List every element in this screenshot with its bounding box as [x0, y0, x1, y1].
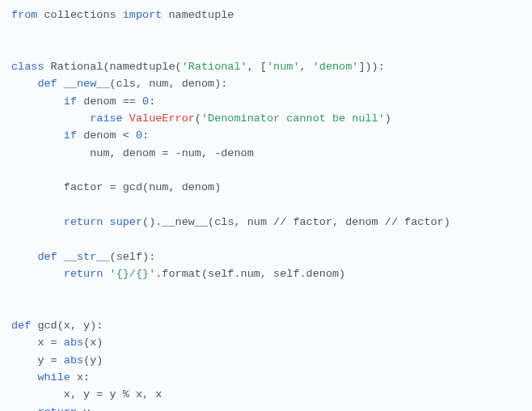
- code-token: __str__: [64, 251, 110, 263]
- code-token: ):: [214, 78, 227, 90]
- code-line: def __str__(self):: [11, 251, 155, 263]
- code-token: Rational: [51, 61, 103, 73]
- code-token: y: [83, 406, 90, 411]
- code-token: abs: [64, 354, 83, 367]
- code-token: (cls, num // factor, denom // factor): [208, 216, 450, 228]
- code-token: 'Denominator cannot be null': [201, 112, 385, 125]
- code-token: class: [11, 61, 51, 73]
- code-line: if denom == 0:: [11, 95, 155, 108]
- code-token: return: [64, 216, 110, 228]
- code-token: [11, 406, 37, 411]
- code-line: x = abs(x): [11, 337, 103, 349]
- code-token: 'Rational': [182, 61, 247, 73]
- code-token: :: [149, 95, 155, 108]
- code-token: (x): [83, 337, 103, 349]
- code-token: raise: [90, 112, 129, 125]
- code-line: from collections import namedtuple: [11, 9, 234, 21]
- code-token: [11, 268, 64, 280]
- code-token: [11, 251, 37, 263]
- code-line: class Rational(namedtuple('Rational', ['…: [11, 61, 385, 73]
- code-token: (: [195, 112, 201, 125]
- code-token: 0: [136, 129, 142, 142]
- code-token: namedtuple: [110, 61, 175, 73]
- code-token: 'num': [267, 61, 300, 73]
- code-token: 'denom': [313, 61, 359, 73]
- code-token: [11, 129, 64, 142]
- code-token: [11, 78, 37, 90]
- code-token: ):: [142, 251, 155, 263]
- code-token: def: [37, 251, 63, 263]
- code-token: (: [103, 61, 109, 73]
- code-token: ().: [142, 216, 162, 228]
- code-token: __new__: [162, 216, 208, 228]
- code-token: [11, 216, 64, 228]
- code-token: namedtuple: [168, 9, 234, 21]
- code-token: if: [64, 95, 83, 108]
- code-token: 0: [142, 95, 149, 108]
- code-token: return: [37, 406, 83, 411]
- code-token: [11, 95, 64, 108]
- code-token: ])):: [358, 61, 384, 73]
- code-token: abs: [64, 337, 83, 349]
- code-block: from collections import namedtuple class…: [11, 6, 521, 411]
- code-token: (y): [83, 354, 103, 367]
- code-token: self: [116, 251, 142, 263]
- code-token: from: [11, 9, 44, 21]
- code-line: num, denom = -num, -denom: [11, 147, 254, 159]
- code-token: if: [64, 129, 83, 142]
- code-token: return: [64, 268, 110, 280]
- code-token: ): [385, 112, 391, 125]
- code-line: y = abs(y): [11, 354, 103, 367]
- code-token: gcd: [37, 320, 57, 332]
- code-line: raise ValueError('Denominator cannot be …: [11, 112, 391, 125]
- code-line: x, y = y % x, x: [11, 388, 162, 400]
- code-token: x:: [77, 371, 90, 383]
- code-token: [11, 371, 37, 383]
- code-token: super: [110, 216, 143, 228]
- code-line: return y: [11, 406, 90, 411]
- code-token: import: [123, 9, 169, 21]
- code-line: factor = gcd(num, denom): [11, 181, 221, 193]
- code-token: (x, y):: [57, 320, 103, 332]
- code-token: x =: [11, 337, 64, 349]
- code-token: (: [110, 78, 116, 90]
- code-token: num, denom = -num, -denom: [11, 147, 254, 159]
- code-token: def: [37, 78, 63, 90]
- code-token: __new__: [64, 78, 110, 90]
- code-line: while x:: [11, 371, 90, 383]
- code-token: while: [37, 371, 77, 383]
- code-token: (: [175, 61, 182, 73]
- code-token: cls, num, denom: [116, 78, 215, 90]
- code-line: def __new__(cls, num, denom):: [11, 78, 227, 90]
- code-line: return '{}/{}'.format(self.num, self.den…: [11, 268, 345, 280]
- code-token: '{}/{}': [110, 268, 156, 280]
- code-token: .format(self.num, self.denom): [155, 268, 345, 280]
- code-token: collections: [44, 9, 123, 21]
- code-token: , [: [247, 61, 267, 73]
- code-token: def: [11, 320, 37, 332]
- code-token: ,: [300, 61, 313, 73]
- code-token: [11, 112, 90, 125]
- code-token: ValueError: [129, 112, 195, 125]
- code-token: y =: [11, 354, 64, 367]
- code-token: factor = gcd(num, denom): [11, 181, 221, 193]
- code-token: denom <: [83, 129, 136, 142]
- code-token: denom ==: [83, 95, 142, 108]
- code-token: (: [110, 251, 116, 263]
- code-line: return super().__new__(cls, num // facto…: [11, 216, 450, 228]
- code-token: x, y = y % x, x: [11, 388, 162, 400]
- code-line: if denom < 0:: [11, 129, 149, 142]
- code-token: :: [142, 129, 149, 142]
- code-line: def gcd(x, y):: [11, 320, 103, 332]
